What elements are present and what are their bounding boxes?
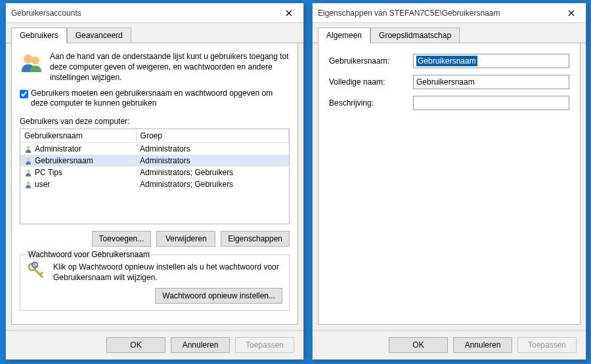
- close-icon: [286, 10, 292, 16]
- user-icon: [24, 157, 32, 165]
- cell-group: Administrators; Gebruikers: [136, 167, 288, 178]
- cell-username: user: [20, 178, 136, 190]
- tab-general[interactable]: Algemeen: [318, 28, 370, 43]
- tabstrip: Gebruikers Geavanceerd: [6, 23, 303, 43]
- cell-username: Gebruikersnaam: [20, 155, 136, 167]
- remove-button[interactable]: Verwijderen: [156, 231, 215, 247]
- column-group[interactable]: Groep: [136, 129, 288, 143]
- tab-advanced[interactable]: Geavanceerd: [67, 28, 131, 43]
- window-title: Gebruikersaccounts: [11, 9, 81, 18]
- username-field[interactable]: Gebruikersnaam: [413, 54, 569, 68]
- password-group-legend: Wachtwoord voor Gebruikersnaam: [26, 250, 152, 259]
- password-group-text: Klik op Wachtwoord opnieuw instellen als…: [53, 262, 282, 283]
- username-label: Gebruikersnaam:: [329, 56, 408, 66]
- intro-text: Aan de hand van de onderstaande lijst ku…: [50, 51, 290, 83]
- tab-users[interactable]: Gebruikers: [11, 28, 67, 43]
- titlebar[interactable]: Eigenschappen van STEFAN7C5E\Gebruikersn…: [313, 3, 586, 23]
- description-label: Beschrijving:: [329, 98, 408, 108]
- cell-group: Administrators: [136, 142, 288, 155]
- close-button[interactable]: [276, 4, 302, 22]
- apply-button: Toepassen: [235, 337, 294, 353]
- ok-button[interactable]: OK: [106, 337, 165, 353]
- window-title: Eigenschappen van STEFAN7C5E\Gebruikersn…: [318, 9, 500, 18]
- tab-membership[interactable]: Groepslidmaatschap: [370, 28, 460, 43]
- column-username[interactable]: Gebruikersnaam: [20, 129, 136, 143]
- users-icon: [20, 51, 43, 75]
- tab-panel-users: Aan de hand van de onderstaande lijst ku…: [11, 43, 298, 325]
- cell-username: Administrator: [20, 142, 136, 155]
- tabstrip: Algemeen Groepslidmaatschap: [313, 23, 586, 43]
- svg-point-3: [27, 157, 30, 161]
- dialog-buttons: OK Annuleren Toepassen: [6, 330, 303, 359]
- titlebar[interactable]: Gebruikersaccounts: [6, 3, 303, 23]
- cell-username: PC Tips: [20, 167, 136, 178]
- user-icon: [24, 169, 32, 176]
- reset-password-button[interactable]: Wachtwoord opnieuw instellen...: [155, 288, 282, 304]
- apply-button: Toepassen: [517, 337, 577, 353]
- fullname-field[interactable]: [413, 75, 569, 89]
- svg-point-5: [27, 181, 30, 184]
- table-row[interactable]: AdministratorAdministrators: [20, 142, 289, 155]
- cancel-button[interactable]: Annuleren: [453, 337, 512, 353]
- svg-point-0: [24, 54, 33, 64]
- ok-button[interactable]: OK: [389, 337, 448, 353]
- user-properties-window: Eigenschappen van STEFAN7C5E\Gebruikersn…: [312, 3, 586, 360]
- cell-group: Administrators; Gebruikers: [136, 178, 288, 190]
- description-field[interactable]: [413, 96, 569, 110]
- tab-panel-general: Gebruikersnaam: Gebruikersnaam Volledige…: [318, 43, 580, 325]
- svg-point-1: [32, 56, 39, 64]
- table-row[interactable]: GebruikersnaamAdministrators: [20, 155, 289, 167]
- fullname-label: Volledige naam:: [329, 77, 408, 87]
- table-row[interactable]: userAdministrators; Gebruikers: [20, 178, 289, 190]
- close-button[interactable]: [558, 4, 584, 22]
- dialog-buttons: OK Annuleren Toepassen: [313, 330, 586, 359]
- username-value-selected: Gebruikersnaam: [416, 56, 477, 66]
- svg-point-4: [27, 169, 30, 172]
- users-table[interactable]: Gebruikersnaam Groep AdministratorAdmini…: [20, 129, 290, 224]
- user-icon: [24, 180, 32, 188]
- user-accounts-window: Gebruikersaccounts Gebruikers Geavanceer…: [5, 3, 304, 360]
- require-credentials-label: Gebruikers moeten een gebruikersnaam en …: [31, 89, 290, 109]
- table-row[interactable]: PC TipsAdministrators; Gebruikers: [20, 167, 289, 178]
- password-groupbox: Wachtwoord voor Gebruikersnaam Klik op W…: [20, 254, 290, 311]
- keys-icon: [27, 262, 45, 280]
- user-icon: [24, 145, 32, 153]
- add-button[interactable]: Toevoegen...: [92, 231, 152, 247]
- properties-button[interactable]: Eigenschappen: [221, 231, 290, 247]
- require-credentials-checkbox[interactable]: [20, 90, 28, 98]
- close-icon: [568, 10, 575, 16]
- users-list-label: Gebruikers van deze computer:: [20, 117, 290, 126]
- svg-point-2: [27, 146, 30, 149]
- cell-group: Administrators: [136, 155, 288, 167]
- cancel-button[interactable]: Annuleren: [171, 337, 230, 353]
